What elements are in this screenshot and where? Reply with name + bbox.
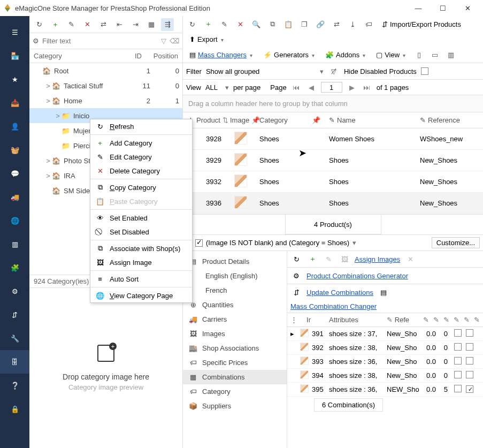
nav-store[interactable]: 🏪 bbox=[0, 44, 29, 67]
nav-basket[interactable]: 🧺 bbox=[0, 138, 29, 162]
combination-row[interactable]: 395shoes size : 36,NEW_Sho0.05 bbox=[287, 383, 483, 397]
link-button[interactable]: 🔗 bbox=[315, 18, 326, 30]
context-menu-item[interactable]: +Add Category bbox=[90, 136, 192, 150]
nav-sliders[interactable]: ⚙ bbox=[0, 279, 29, 303]
nav-chart[interactable]: ▥ bbox=[0, 232, 29, 256]
col-name[interactable]: ✎ Name bbox=[325, 116, 416, 124]
group-by-hint[interactable]: Drag a column header here to group by th… bbox=[183, 95, 483, 112]
context-menu-item[interactable]: 👁Set Enabled bbox=[90, 211, 192, 225]
col-category[interactable]: Category 📌 bbox=[255, 116, 325, 124]
pcg-icon[interactable]: ⚙ bbox=[290, 270, 302, 282]
mcc-icon[interactable]: ▤ bbox=[378, 286, 389, 298]
assign-images-link[interactable]: Assign Images bbox=[355, 255, 400, 263]
move-button[interactable]: ⇄ bbox=[331, 18, 342, 30]
combo-refresh-button[interactable]: ↻ bbox=[290, 253, 302, 265]
add-button[interactable]: ＋ bbox=[49, 18, 62, 31]
combo-col-ref[interactable]: ✎ Refe bbox=[384, 316, 418, 324]
combination-row[interactable]: ▸391shoes size : 37,New_Sho0.00 bbox=[287, 327, 483, 341]
view-dropdown[interactable]: ▢ View bbox=[373, 50, 409, 60]
context-menu-item[interactable]: ⃠Set Disabled bbox=[90, 225, 192, 239]
layout-2-button[interactable]: ▭ bbox=[429, 49, 441, 60]
nav-user[interactable]: 👤 bbox=[0, 115, 29, 138]
nav-specific-prices[interactable]: 🏷Specific Prices bbox=[183, 355, 287, 370]
product-row[interactable]: 3932ShoesShoesNew_Shoes bbox=[183, 171, 483, 193]
combo-add-button[interactable]: ＋ bbox=[306, 253, 318, 265]
category-row[interactable]: 🏠Root10 bbox=[29, 63, 182, 78]
context-menu-item[interactable]: ⧉Associate with Shop(s) bbox=[90, 241, 192, 255]
nav-transfer[interactable]: ⇵ bbox=[0, 303, 29, 326]
last-page-button[interactable]: ⏭ bbox=[362, 83, 372, 92]
indent-right-button[interactable]: ⇥ bbox=[129, 18, 142, 31]
prev-page-button[interactable]: ◀ bbox=[306, 83, 317, 92]
nav-lang-french[interactable]: French bbox=[183, 283, 287, 298]
col-category[interactable]: Category bbox=[29, 52, 110, 60]
combo-remove-button[interactable]: ✕ bbox=[404, 253, 416, 265]
nav-quantities[interactable]: ⊕Quantities bbox=[183, 298, 287, 312]
swap-button[interactable]: ⇄ bbox=[97, 18, 110, 31]
combination-row[interactable]: 393shoes size : 36,New_Sho0.00 bbox=[287, 355, 483, 369]
nav-lang-english[interactable]: English (English) bbox=[183, 269, 287, 283]
context-menu-item[interactable]: ↻Refresh bbox=[90, 119, 192, 133]
category-image-dropzone[interactable]: Drop category image here Category image … bbox=[29, 287, 182, 448]
nav-star[interactable]: ★ bbox=[0, 67, 29, 91]
export-dropdown[interactable]: ⬆ Export bbox=[186, 34, 227, 44]
first-page-button[interactable]: ⏮ bbox=[291, 83, 302, 92]
nav-chat[interactable]: 💬 bbox=[0, 162, 29, 185]
filter-toggle-button[interactable]: ⇶ bbox=[161, 18, 174, 31]
refresh-products-button[interactable]: ↻ bbox=[186, 18, 198, 30]
combo-col-attributes[interactable]: Attributes bbox=[326, 316, 384, 324]
col-position[interactable]: Position bbox=[147, 52, 182, 60]
combo-images-button[interactable]: 🖼 bbox=[339, 253, 350, 265]
combo-edit-button[interactable]: ✎ bbox=[323, 253, 334, 265]
update-combos-icon[interactable]: ⇵ bbox=[290, 286, 302, 298]
nav-suppliers[interactable]: 📦Suppliers bbox=[183, 399, 287, 413]
col-id[interactable]: ID bbox=[110, 52, 147, 60]
close-button[interactable]: ✕ bbox=[455, 0, 480, 16]
category-context-menu[interactable]: ↻Refresh+Add Category✎Edit Category✕Dele… bbox=[90, 119, 193, 303]
combination-row[interactable]: 394shoes size : 38,New_Sho0.00 bbox=[287, 369, 483, 383]
product-row[interactable]: 3936ShoesShoesNew_Shoes bbox=[183, 193, 483, 214]
nav-category[interactable]: 🏷Category bbox=[183, 384, 287, 399]
indent-left-button[interactable]: ⇤ bbox=[113, 18, 126, 31]
nav-product-details[interactable]: ▤Product Details bbox=[183, 254, 287, 269]
filter-clear-icon[interactable]: ⌫ bbox=[170, 37, 179, 45]
maximize-button[interactable]: ☐ bbox=[431, 0, 455, 16]
hide-disabled-checkbox[interactable] bbox=[421, 67, 428, 75]
context-menu-item[interactable]: ✕Delete Category bbox=[90, 164, 192, 178]
edit-product-button[interactable]: ✎ bbox=[218, 18, 230, 30]
nav-menu[interactable]: ☰ bbox=[0, 20, 29, 44]
context-menu-item[interactable]: ✎Edit Category bbox=[90, 150, 192, 164]
pcg-link[interactable]: Product Combinations Generator bbox=[306, 272, 408, 280]
import-export-button[interactable]: ⇵ Import/Export Products bbox=[379, 19, 464, 29]
category-row[interactable]: >🏠Home21 bbox=[29, 93, 182, 108]
nav-shop-associations[interactable]: 🏬Shop Associations bbox=[183, 341, 287, 355]
export-grid-button[interactable]: ⤓ bbox=[347, 18, 358, 30]
nav-puzzle[interactable]: 🧩 bbox=[0, 256, 29, 279]
customize-button[interactable]: Customize... bbox=[432, 237, 480, 248]
addons-dropdown[interactable]: 🧩 Addons bbox=[322, 50, 369, 60]
context-menu-item[interactable]: ≡Auto Sort bbox=[90, 272, 192, 286]
nav-images[interactable]: 🖼Images bbox=[183, 326, 287, 341]
nav-combinations[interactable]: ▦Combinations bbox=[183, 370, 287, 384]
clone-button[interactable]: ❐ bbox=[298, 18, 310, 30]
nav-globe[interactable]: 🌐 bbox=[0, 209, 29, 232]
grid-button[interactable]: ▦ bbox=[145, 18, 158, 31]
paste-button[interactable]: 📋 bbox=[282, 18, 294, 30]
context-menu-item[interactable]: 🖼Assign Image bbox=[90, 255, 192, 269]
delete-product-button[interactable]: ✕ bbox=[234, 18, 246, 30]
edit-button[interactable]: ✎ bbox=[65, 18, 78, 31]
search-button[interactable]: 🔍 bbox=[250, 18, 262, 30]
next-page-button[interactable]: ▶ bbox=[347, 83, 357, 92]
products-grid[interactable]: 3928ShoesWomen ShoesWShoes_new3929ShoesS… bbox=[183, 128, 483, 214]
nav-inbox[interactable]: 📥 bbox=[0, 91, 29, 115]
filter-clear-button[interactable]: ▽̸ bbox=[328, 65, 340, 77]
nav-help[interactable]: ❔ bbox=[0, 374, 29, 397]
tag-button[interactable]: 🏷 bbox=[363, 18, 374, 30]
product-row[interactable]: 3928ShoesWomen ShoesWShoes_new bbox=[183, 128, 483, 150]
nav-truck[interactable]: 🚚 bbox=[0, 185, 29, 209]
category-row[interactable]: >🏠Tactical Stuff110 bbox=[29, 78, 182, 93]
nav-lock[interactable]: 🔒 bbox=[0, 397, 29, 421]
minimize-button[interactable]: ― bbox=[406, 0, 431, 16]
filter-dropdown-icon[interactable]: ▾ bbox=[352, 239, 356, 247]
filter-apply-icon[interactable]: ▽ bbox=[161, 37, 166, 45]
